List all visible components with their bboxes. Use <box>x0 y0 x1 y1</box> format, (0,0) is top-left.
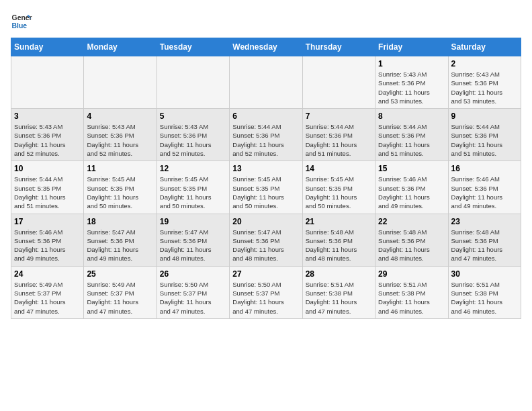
logo: General Blue <box>11 11 35 32</box>
day-number: 23 <box>451 217 518 226</box>
calendar-cell: 5Sunrise: 5:43 AM Sunset: 5:36 PM Daylig… <box>157 109 229 161</box>
day-number: 26 <box>160 269 226 279</box>
weekday-header: Sunday <box>11 38 84 56</box>
calendar-cell <box>11 56 84 109</box>
day-info: Sunrise: 5:48 AM Sunset: 5:36 PM Dayligh… <box>451 228 518 263</box>
day-info: Sunrise: 5:44 AM Sunset: 5:35 PM Dayligh… <box>14 175 81 210</box>
day-info: Sunrise: 5:43 AM Sunset: 5:36 PM Dayligh… <box>87 122 153 158</box>
calendar-cell: 10Sunrise: 5:44 AM Sunset: 5:35 PM Dayli… <box>11 161 84 214</box>
calendar-table: SundayMondayTuesdayWednesdayThursdayFrid… <box>11 38 521 319</box>
weekday-header: Thursday <box>302 38 375 56</box>
calendar-cell: 18Sunrise: 5:47 AM Sunset: 5:36 PM Dayli… <box>84 214 157 266</box>
calendar-cell: 19Sunrise: 5:47 AM Sunset: 5:36 PM Dayli… <box>157 214 229 266</box>
calendar-cell: 14Sunrise: 5:45 AM Sunset: 5:35 PM Dayli… <box>302 161 375 214</box>
day-number: 8 <box>378 111 445 121</box>
calendar-cell: 11Sunrise: 5:45 AM Sunset: 5:35 PM Dayli… <box>84 161 157 214</box>
day-number: 13 <box>232 164 299 173</box>
logo-icon: General Blue <box>11 11 32 32</box>
calendar-cell: 1Sunrise: 5:43 AM Sunset: 5:36 PM Daylig… <box>375 56 448 109</box>
day-number: 9 <box>451 111 518 121</box>
day-number: 17 <box>14 217 81 226</box>
day-info: Sunrise: 5:49 AM Sunset: 5:37 PM Dayligh… <box>14 280 81 316</box>
calendar-cell: 26Sunrise: 5:50 AM Sunset: 5:37 PM Dayli… <box>157 266 229 318</box>
weekday-header: Monday <box>84 38 157 56</box>
day-number: 1 <box>378 59 445 68</box>
calendar-cell: 17Sunrise: 5:46 AM Sunset: 5:36 PM Dayli… <box>11 214 84 266</box>
calendar-cell: 6Sunrise: 5:44 AM Sunset: 5:36 PM Daylig… <box>230 109 302 161</box>
calendar-cell: 4Sunrise: 5:43 AM Sunset: 5:36 PM Daylig… <box>84 109 157 161</box>
calendar-cell: 27Sunrise: 5:50 AM Sunset: 5:37 PM Dayli… <box>230 266 302 318</box>
calendar-cell: 15Sunrise: 5:46 AM Sunset: 5:36 PM Dayli… <box>375 161 448 214</box>
calendar-cell: 16Sunrise: 5:46 AM Sunset: 5:36 PM Dayli… <box>448 161 521 214</box>
day-number: 5 <box>160 111 226 121</box>
weekday-header: Friday <box>375 38 448 56</box>
day-number: 27 <box>232 269 299 279</box>
day-info: Sunrise: 5:44 AM Sunset: 5:36 PM Dayligh… <box>306 122 372 158</box>
day-number: 20 <box>232 217 299 226</box>
calendar-cell: 9Sunrise: 5:44 AM Sunset: 5:36 PM Daylig… <box>448 109 521 161</box>
day-number: 7 <box>306 111 372 121</box>
day-number: 28 <box>306 269 372 279</box>
calendar-header: SundayMondayTuesdayWednesdayThursdayFrid… <box>11 38 521 56</box>
day-info: Sunrise: 5:48 AM Sunset: 5:36 PM Dayligh… <box>378 228 445 263</box>
day-info: Sunrise: 5:43 AM Sunset: 5:36 PM Dayligh… <box>451 70 518 105</box>
day-number: 25 <box>87 269 153 279</box>
day-info: Sunrise: 5:50 AM Sunset: 5:37 PM Dayligh… <box>232 280 299 316</box>
day-number: 14 <box>306 164 372 173</box>
day-info: Sunrise: 5:45 AM Sunset: 5:35 PM Dayligh… <box>232 175 299 210</box>
calendar-cell: 30Sunrise: 5:51 AM Sunset: 5:38 PM Dayli… <box>448 266 521 318</box>
day-number: 22 <box>378 217 445 226</box>
calendar-cell <box>84 56 157 109</box>
calendar-cell: 8Sunrise: 5:44 AM Sunset: 5:36 PM Daylig… <box>375 109 448 161</box>
day-info: Sunrise: 5:51 AM Sunset: 5:38 PM Dayligh… <box>451 280 518 316</box>
day-info: Sunrise: 5:45 AM Sunset: 5:35 PM Dayligh… <box>87 175 153 210</box>
calendar-cell: 13Sunrise: 5:45 AM Sunset: 5:35 PM Dayli… <box>230 161 302 214</box>
day-info: Sunrise: 5:49 AM Sunset: 5:37 PM Dayligh… <box>87 280 153 316</box>
day-info: Sunrise: 5:44 AM Sunset: 5:36 PM Dayligh… <box>232 122 299 158</box>
day-number: 4 <box>87 111 153 121</box>
day-info: Sunrise: 5:44 AM Sunset: 5:36 PM Dayligh… <box>378 122 445 158</box>
day-info: Sunrise: 5:46 AM Sunset: 5:36 PM Dayligh… <box>14 228 81 263</box>
day-number: 6 <box>232 111 299 121</box>
calendar-cell: 7Sunrise: 5:44 AM Sunset: 5:36 PM Daylig… <box>302 109 375 161</box>
day-number: 29 <box>378 269 445 279</box>
day-info: Sunrise: 5:45 AM Sunset: 5:35 PM Dayligh… <box>160 175 226 210</box>
day-number: 18 <box>87 217 153 226</box>
day-info: Sunrise: 5:43 AM Sunset: 5:36 PM Dayligh… <box>378 70 445 105</box>
calendar-cell: 3Sunrise: 5:43 AM Sunset: 5:36 PM Daylig… <box>11 109 84 161</box>
calendar-cell: 2Sunrise: 5:43 AM Sunset: 5:36 PM Daylig… <box>448 56 521 109</box>
calendar-cell <box>157 56 229 109</box>
day-info: Sunrise: 5:43 AM Sunset: 5:36 PM Dayligh… <box>160 122 226 158</box>
day-info: Sunrise: 5:47 AM Sunset: 5:36 PM Dayligh… <box>87 228 153 263</box>
day-info: Sunrise: 5:51 AM Sunset: 5:38 PM Dayligh… <box>306 280 372 316</box>
calendar-cell: 21Sunrise: 5:48 AM Sunset: 5:36 PM Dayli… <box>302 214 375 266</box>
day-number: 24 <box>14 269 81 279</box>
day-number: 2 <box>451 59 518 68</box>
calendar-cell: 22Sunrise: 5:48 AM Sunset: 5:36 PM Dayli… <box>375 214 448 266</box>
calendar-cell: 25Sunrise: 5:49 AM Sunset: 5:37 PM Dayli… <box>84 266 157 318</box>
day-info: Sunrise: 5:43 AM Sunset: 5:36 PM Dayligh… <box>14 122 81 158</box>
calendar-cell <box>302 56 375 109</box>
day-number: 15 <box>378 164 445 173</box>
calendar-cell <box>230 56 302 109</box>
day-number: 12 <box>160 164 226 173</box>
calendar-cell: 20Sunrise: 5:47 AM Sunset: 5:36 PM Dayli… <box>230 214 302 266</box>
day-info: Sunrise: 5:46 AM Sunset: 5:36 PM Dayligh… <box>378 175 445 210</box>
day-info: Sunrise: 5:47 AM Sunset: 5:36 PM Dayligh… <box>160 228 226 263</box>
weekday-header: Wednesday <box>230 38 302 56</box>
calendar-body: 1Sunrise: 5:43 AM Sunset: 5:36 PM Daylig… <box>11 56 521 319</box>
calendar-cell: 29Sunrise: 5:51 AM Sunset: 5:38 PM Dayli… <box>375 266 448 318</box>
page-header: General Blue <box>11 11 521 32</box>
day-info: Sunrise: 5:51 AM Sunset: 5:38 PM Dayligh… <box>378 280 445 316</box>
day-info: Sunrise: 5:45 AM Sunset: 5:35 PM Dayligh… <box>306 175 372 210</box>
day-info: Sunrise: 5:48 AM Sunset: 5:36 PM Dayligh… <box>306 228 372 263</box>
day-info: Sunrise: 5:50 AM Sunset: 5:37 PM Dayligh… <box>160 280 226 316</box>
calendar-cell: 12Sunrise: 5:45 AM Sunset: 5:35 PM Dayli… <box>157 161 229 214</box>
calendar-cell: 28Sunrise: 5:51 AM Sunset: 5:38 PM Dayli… <box>302 266 375 318</box>
calendar-cell: 23Sunrise: 5:48 AM Sunset: 5:36 PM Dayli… <box>448 214 521 266</box>
svg-text:Blue: Blue <box>12 22 28 30</box>
day-info: Sunrise: 5:47 AM Sunset: 5:36 PM Dayligh… <box>232 228 299 263</box>
day-number: 3 <box>14 111 81 121</box>
day-number: 16 <box>451 164 518 173</box>
day-number: 19 <box>160 217 226 226</box>
